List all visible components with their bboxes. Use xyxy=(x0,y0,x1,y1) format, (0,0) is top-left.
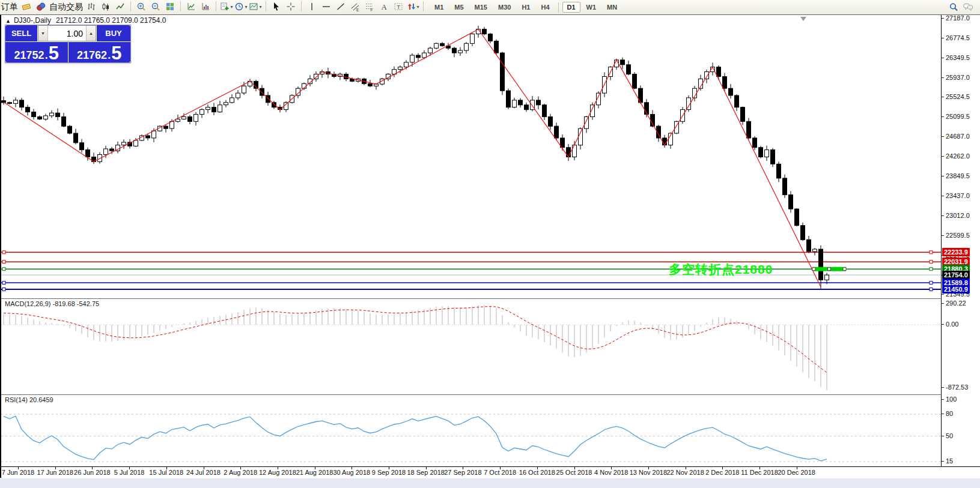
autotrade-icon[interactable] xyxy=(34,1,47,13)
timeframe-button-M1[interactable]: M1 xyxy=(430,2,448,13)
tile-windows-icon[interactable] xyxy=(163,1,177,13)
date-label: 16 Oct 2018 xyxy=(519,469,555,476)
rsi-axis-tick: 15 xyxy=(946,457,953,465)
date-label: 22 Nov 2018 xyxy=(666,469,704,476)
horizontal-line-icon[interactable] xyxy=(320,1,333,13)
date-label: 27 Sep 2018 xyxy=(444,469,481,476)
price-tag-22233.9: 22233.9 xyxy=(942,248,970,256)
one-click-trading-panel: SELL ▼ ▲ BUY 21752.5 21762.5 xyxy=(5,25,131,63)
axis-tick-mark xyxy=(942,387,944,388)
status-strip xyxy=(0,478,980,488)
collapse-icon[interactable]: ▲ xyxy=(5,18,11,24)
chart-ohlc-values: 21712.0 21765.0 21709.0 21754.0 xyxy=(56,16,166,25)
zoom-out-icon[interactable] xyxy=(149,1,162,13)
date-label: 17 Jun 2018 xyxy=(37,469,73,476)
timeframe-button-M5[interactable]: M5 xyxy=(449,2,468,13)
periods-icon[interactable] xyxy=(199,1,212,13)
date-axis[interactable]: 7 Jun 201817 Jun 201826 Jun 20185 Jul 20… xyxy=(0,466,980,478)
buy-price-dot: . xyxy=(108,49,111,61)
volume-increase-button[interactable]: ▲ xyxy=(86,26,96,41)
vertical-line-icon[interactable] xyxy=(305,1,318,13)
sell-button[interactable]: SELL xyxy=(5,25,37,41)
buy-button[interactable]: BUY xyxy=(97,25,130,41)
macd-axis-tick: 290.22 xyxy=(946,300,966,307)
date-label: 2 Aug 2018 xyxy=(224,469,257,476)
price-axis-tick: 25524.5 xyxy=(946,93,970,100)
date-label: 9 Sep 2018 xyxy=(372,469,406,476)
axis-tick-mark xyxy=(942,58,944,58)
sell-price[interactable]: 21752.5 xyxy=(5,42,68,62)
timeframe-button-H4[interactable]: H4 xyxy=(536,2,554,13)
equidistant-channel-icon[interactable]: E xyxy=(348,1,362,13)
sell-price-int: 21752 xyxy=(14,49,44,61)
line-chart-icon[interactable] xyxy=(114,1,127,13)
timeframe-button-D1[interactable]: D1 xyxy=(562,2,580,13)
rsi-axis-tick: 80 xyxy=(946,410,953,417)
timeframe-button-W1[interactable]: W1 xyxy=(582,2,601,13)
date-label: 30 Aug 2018 xyxy=(333,469,370,476)
timeframe-button-M15[interactable]: M15 xyxy=(470,2,492,13)
axis-tick-mark xyxy=(942,294,944,295)
zoom-in-icon[interactable] xyxy=(135,1,148,13)
price-axis-tick: 23437.0 xyxy=(946,192,970,199)
axis-tick-mark xyxy=(942,176,944,176)
volume-control: ▼ ▲ xyxy=(38,25,96,41)
toolbar-icons-main: ▾▾▾EFAT▾ xyxy=(84,1,427,14)
text-icon[interactable]: A xyxy=(377,1,391,13)
date-label: 15 Jul 2018 xyxy=(149,469,183,476)
date-label: 13 Nov 2018 xyxy=(630,469,667,476)
buy-price-int: 21762 xyxy=(77,49,107,61)
volume-decrease-button[interactable]: ▼ xyxy=(38,26,48,41)
search-icon[interactable] xyxy=(947,1,960,13)
svg-text:E: E xyxy=(356,8,359,12)
toolbar-separator xyxy=(558,2,559,13)
text-label-icon[interactable]: T xyxy=(392,1,405,13)
chat-icon[interactable] xyxy=(961,1,975,13)
axis-tick-mark xyxy=(942,196,944,196)
macd-axis-tick: -872.53 xyxy=(946,384,968,391)
price-chart[interactable] xyxy=(1,15,941,298)
timeframe-toolbar: M1M5M15M30H1H4D1W1MN xyxy=(429,2,622,13)
date-label: 5 Jul 2018 xyxy=(114,469,145,476)
sell-price-dot: . xyxy=(45,49,48,61)
axis-tick-mark xyxy=(942,156,944,157)
cursor-icon[interactable] xyxy=(270,1,283,13)
date-label: 18 Sep 2018 xyxy=(407,469,444,476)
axis-tick-mark xyxy=(942,461,944,462)
date-label: 21 Aug 2018 xyxy=(296,469,333,476)
new-chart-icon[interactable]: ▾ xyxy=(220,1,233,13)
axis-tick-mark xyxy=(942,324,944,325)
order-label[interactable]: 订单 xyxy=(1,2,18,13)
bar-chart-icon[interactable] xyxy=(85,1,98,13)
trendline-icon[interactable] xyxy=(334,1,347,13)
fibonacci-icon[interactable]: F xyxy=(363,1,376,13)
date-label: 12 Aug 2018 xyxy=(259,469,296,476)
volume-input[interactable] xyxy=(48,26,86,41)
axis-tick-mark xyxy=(942,38,944,38)
macd-label: MACD(12,26,9) -819.68 -542.75 xyxy=(5,300,99,307)
autotrade-label[interactable]: 自动交易 xyxy=(49,2,83,13)
indicators-icon[interactable] xyxy=(184,1,198,13)
timeframe-button-H1[interactable]: H1 xyxy=(517,2,535,13)
crosshair-icon[interactable] xyxy=(284,1,297,13)
axis-tick-mark xyxy=(942,77,944,78)
buy-price[interactable]: 21762.5 xyxy=(68,42,131,62)
arrows-icon[interactable]: ▾ xyxy=(406,1,419,13)
axis-tick-mark xyxy=(942,18,944,19)
price-tag-21754.0: 21754.0 xyxy=(942,271,970,279)
timeframe-button-M30[interactable]: M30 xyxy=(493,2,516,13)
window-left-border xyxy=(0,14,1,478)
toolbar-separator xyxy=(423,1,424,11)
new-order-icon[interactable] xyxy=(20,1,33,13)
rsi-chart[interactable] xyxy=(1,394,941,467)
price-scale[interactable]: 27187.026774.526349.525937.025524.525099… xyxy=(942,14,980,466)
profiles-icon[interactable]: ▾ xyxy=(234,1,248,13)
timeframe-button-MN[interactable]: MN xyxy=(602,2,622,13)
chart-title: ▲DJ30-,Daily21712.0 21765.0 21709.0 2175… xyxy=(5,16,166,25)
macd-chart[interactable] xyxy=(1,298,941,395)
axis-tick-mark xyxy=(942,414,944,414)
toolbar-separator xyxy=(130,1,131,11)
candlestick-chart-icon[interactable] xyxy=(99,1,112,13)
price-axis-tick: 24262.0 xyxy=(946,152,970,160)
templates-icon[interactable]: ▾ xyxy=(249,1,262,13)
